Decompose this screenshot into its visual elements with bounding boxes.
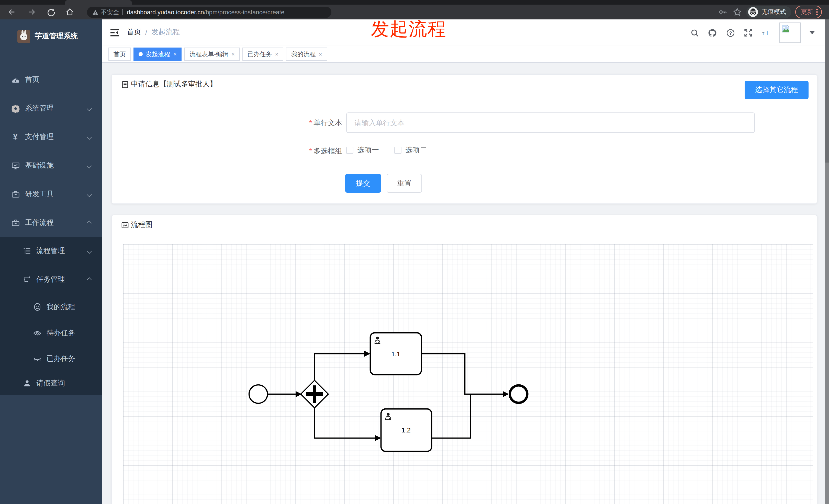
top-navbar: 首页 / 发起流程 ? TT <box>102 20 825 46</box>
back-icon[interactable] <box>6 7 16 17</box>
svg-text:T: T <box>765 29 769 36</box>
workflow-submenu: 流程管理 任务管理 我的流程 待办任务 <box>0 237 102 395</box>
chevron-up-icon <box>87 277 92 282</box>
sidebar-item-task-mgmt[interactable]: 任务管理 <box>0 265 102 294</box>
checkbox-icon[interactable] <box>346 147 353 154</box>
submit-button[interactable]: 提交 <box>345 174 381 193</box>
font-size-icon[interactable]: TT <box>761 28 771 37</box>
sidebar-item-done-tasks[interactable]: 已办任务 <box>0 346 102 372</box>
broken-image-icon <box>782 25 790 33</box>
search-icon[interactable] <box>690 28 699 37</box>
fullscreen-icon[interactable] <box>744 28 753 37</box>
chevron-down-icon <box>87 163 92 168</box>
help-icon[interactable]: ? <box>726 28 735 37</box>
avatar-caret-icon[interactable] <box>809 31 815 34</box>
github-icon[interactable] <box>708 28 717 37</box>
url-bar[interactable]: 不安全 dashboard.yudao.iocoder.cn/bpm/proce… <box>87 7 331 18</box>
chevron-down-icon <box>87 192 92 197</box>
checkbox-option-2[interactable]: 选项二 <box>394 146 427 155</box>
field-label-text: *单行文本 <box>260 119 342 128</box>
home-icon[interactable] <box>65 7 75 17</box>
app-logo-row[interactable]: 芋道管理系统 <box>0 25 102 48</box>
bpmn-end-event[interactable] <box>510 385 527 403</box>
incognito-icon <box>748 7 758 17</box>
url-host: dashboard.yudao.iocoder.cn <box>127 9 204 16</box>
sidebar-item-label: 请假查询 <box>36 379 65 388</box>
sidebar-item-todo-tasks[interactable]: 待办任务 <box>0 320 102 346</box>
tag-done-tasks[interactable]: 已办任务× <box>243 47 284 61</box>
document-icon <box>121 80 129 88</box>
sidebar-item-system[interactable]: 系统管理 <box>0 94 102 123</box>
task-flow-icon <box>23 275 31 284</box>
tag-start-process[interactable]: 发起流程× <box>134 47 182 61</box>
single-line-text-input[interactable] <box>346 112 755 133</box>
bpmn-user-task-1-2[interactable]: 1.2 <box>381 409 432 451</box>
yen-icon: ¥ <box>11 132 20 142</box>
breadcrumb-home[interactable]: 首页 <box>127 28 141 37</box>
chevron-down-icon <box>87 134 92 140</box>
toolbox-icon <box>11 219 20 227</box>
bpmn-start-event[interactable] <box>249 385 267 403</box>
bpmn-canvas[interactable]: 1.1 1.2 <box>123 244 813 504</box>
url-path: /bpm/process-instance/create <box>204 9 285 16</box>
field-label-checkbox-group: *多选框组 <box>260 147 342 156</box>
not-secure-icon <box>92 9 99 15</box>
sidebar-collapse-icon[interactable] <box>109 28 120 38</box>
bookmark-star-icon[interactable] <box>732 7 742 17</box>
sidebar-item-label: 首页 <box>25 75 39 84</box>
chevron-down-icon <box>87 248 92 254</box>
svg-text:T: T <box>762 31 764 36</box>
switch-process-button[interactable]: 选择其它流程 <box>745 81 808 99</box>
update-label: 更新 <box>801 8 813 16</box>
sidebar-item-devtools[interactable]: 研发工具 <box>0 180 102 208</box>
forward-icon[interactable] <box>27 7 37 17</box>
breadcrumb: 首页 / 发起流程 <box>127 28 180 37</box>
incognito-label: 无痕模式 <box>761 8 786 16</box>
browser-active-tab[interactable] <box>65 0 132 5</box>
page-content: 申请信息【测试多审批人】 选择其它流程 *单行文本 *多选框组 选项一 选项二 … <box>102 63 825 504</box>
update-button[interactable]: 更新 <box>795 6 822 18</box>
close-icon[interactable]: × <box>319 51 322 57</box>
sidebar-item-leave-query[interactable]: 请假查询 <box>0 372 102 395</box>
sidebar: 芋道管理系统 首页 系统管理 ¥ 支付管理 基础设施 <box>0 20 102 504</box>
svg-text:1.2: 1.2 <box>401 426 411 434</box>
sidebar-item-label: 流程管理 <box>36 246 65 256</box>
sidebar-item-home[interactable]: 首页 <box>0 66 102 94</box>
close-icon[interactable]: × <box>231 51 235 57</box>
scrollbar[interactable] <box>825 20 829 504</box>
incognito-badge: 无痕模式 <box>746 6 791 18</box>
reload-icon[interactable] <box>46 7 56 17</box>
checkbox-option-1[interactable]: 选项一 <box>346 146 379 155</box>
avatar[interactable] <box>780 23 801 43</box>
checkbox-icon[interactable] <box>394 147 401 154</box>
sidebar-item-workflow[interactable]: 工作流程 <box>0 208 102 237</box>
sidebar-item-label: 支付管理 <box>25 132 54 142</box>
face-icon <box>33 303 41 311</box>
scrollbar-thumb[interactable] <box>825 20 829 162</box>
password-key-icon[interactable] <box>718 7 728 17</box>
sidebar-item-label: 工作流程 <box>25 218 54 228</box>
browser-menu-icon[interactable] <box>816 9 818 15</box>
sidebar-item-label: 研发工具 <box>25 190 54 199</box>
bpmn-diagram: 1.1 1.2 <box>123 244 813 504</box>
chevron-down-icon <box>87 106 92 111</box>
bpmn-user-task-1-1[interactable]: 1.1 <box>370 333 422 375</box>
annotation-title: 发起流程 <box>371 17 446 42</box>
close-icon[interactable]: × <box>173 51 177 57</box>
tag-home[interactable]: 首页 <box>108 47 131 61</box>
reset-button[interactable]: 重置 <box>387 174 422 193</box>
sidebar-item-infra[interactable]: 基础设施 <box>0 151 102 180</box>
sidebar-item-payment[interactable]: ¥ 支付管理 <box>0 123 102 151</box>
monitor-icon <box>11 161 20 170</box>
sidebar-item-my-process[interactable]: 我的流程 <box>0 294 102 320</box>
bpmn-parallel-gateway[interactable] <box>301 380 328 408</box>
close-icon[interactable]: × <box>275 51 279 57</box>
apply-info-card: 申请信息【测试多审批人】 选择其它流程 *单行文本 *多选框组 选项一 选项二 … <box>111 74 817 204</box>
sidebar-item-process-mgmt[interactable]: 流程管理 <box>0 237 102 265</box>
app-title: 芋道管理系统 <box>35 32 78 41</box>
tags-bar: 首页 发起流程× 流程表单-编辑× 已办任务× 我的流程× <box>102 46 825 63</box>
tag-my-process[interactable]: 我的流程× <box>286 47 327 61</box>
tag-form-edit[interactable]: 流程表单-编辑× <box>184 47 240 61</box>
sidebar-item-label: 基础设施 <box>25 161 54 170</box>
eye-icon <box>33 329 41 337</box>
